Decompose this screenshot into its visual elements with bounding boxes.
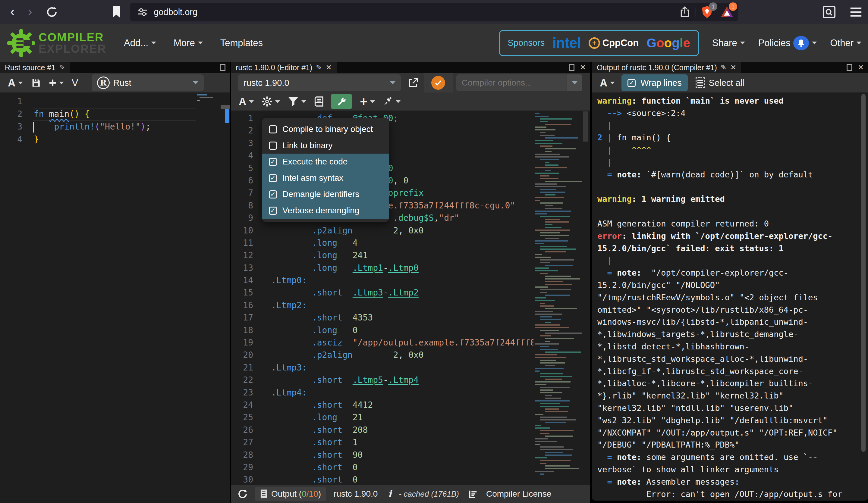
output-line: omitted>" "<sysroot>/lib/rustlib/x86_64-… xyxy=(597,304,868,316)
font-size-button[interactable]: A xyxy=(600,77,615,89)
menu-item-demangle-identifiers[interactable]: ✓Demangle identifiers xyxy=(262,186,389,202)
menu-hamburger-icon[interactable] xyxy=(849,6,862,18)
notification-bell-icon[interactable] xyxy=(793,36,809,50)
output-line xyxy=(597,181,868,193)
output-toggle-button[interactable]: Output (0/10) xyxy=(255,487,326,501)
menu-item-link-to-binary[interactable]: Link to binary xyxy=(262,137,389,154)
compiler-select[interactable]: rustc 1.90.0 xyxy=(238,74,401,91)
intel-logo[interactable]: intel xyxy=(552,35,581,51)
maximize-pane-icon[interactable] xyxy=(569,64,575,71)
code-line[interactable]: 4} xyxy=(0,133,230,146)
checkbox-checked-icon[interactable]: ✓ xyxy=(269,207,277,215)
google-logo[interactable]: Google xyxy=(647,36,690,50)
scrollbar-thumb[interactable] xyxy=(583,112,588,142)
output-line: 15.2.0/bin/gcc" "/NOLOGO" xyxy=(597,279,868,292)
forward-icon[interactable]: › xyxy=(28,4,32,19)
nav-share[interactable]: Share xyxy=(712,38,745,49)
rename-icon[interactable]: ✎ xyxy=(721,63,727,72)
url-bar[interactable]: godbolt.org 1 1 xyxy=(130,3,738,21)
compiler-options-input[interactable] xyxy=(456,74,567,91)
output-line: "/DEBUG" "/PDBALTPATH:%_PDB%" xyxy=(597,439,868,451)
output-line: warning: 1 warning emitted xyxy=(597,193,868,206)
checkbox-checked-icon[interactable]: ✓ xyxy=(269,190,277,199)
recompile-icon[interactable] xyxy=(237,488,248,500)
output-line: "ws2_32.lib" "dbghelp.lib" "/defaultlib:… xyxy=(597,415,868,427)
compiler-output-text[interactable]: warning: function `main` is never used -… xyxy=(592,93,868,501)
close-icon[interactable]: ✕ xyxy=(326,63,331,72)
back-icon[interactable]: ‹ xyxy=(10,4,15,19)
tab-compiler[interactable]: rustc 1.90.0 (Editor #1)✎✕ xyxy=(231,62,337,73)
source-code-editor[interactable]: 12fn main() {3 println!("Hello!");4} xyxy=(0,93,230,503)
sidebar-search-icon[interactable] xyxy=(822,6,836,19)
checkbox-unchecked-icon[interactable] xyxy=(269,125,277,134)
rename-icon[interactable]: ✎ xyxy=(316,63,322,72)
wrap-lines-toggle[interactable]: ✓ Wrap lines xyxy=(621,74,688,91)
close-pane-icon[interactable]: ✕ xyxy=(580,63,586,72)
overflow-wrench-button[interactable] xyxy=(331,94,352,109)
info-icon[interactable]: i xyxy=(388,488,392,500)
settings-gear-button[interactable] xyxy=(262,96,280,107)
filter-button[interactable] xyxy=(288,96,306,107)
nav-add[interactable]: Add... xyxy=(124,38,156,49)
reload-icon[interactable] xyxy=(45,6,59,19)
site-settings-icon[interactable] xyxy=(137,6,148,18)
menu-item-compile-to-binary-object[interactable]: Compile to binary object xyxy=(262,121,389,137)
nav-more[interactable]: More xyxy=(174,38,203,49)
options-dropdown-button[interactable] xyxy=(567,74,582,91)
share-page-icon[interactable] xyxy=(678,6,691,19)
checkbox-checked-icon[interactable]: ✓ xyxy=(269,174,277,182)
font-size-button[interactable]: A xyxy=(239,95,254,107)
overview-ruler-warning-mark xyxy=(225,109,229,123)
libraries-button[interactable] xyxy=(314,96,324,107)
cppcon-logo[interactable]: + CppCon xyxy=(589,37,639,49)
language-select[interactable]: R Rust xyxy=(92,74,204,91)
chevron-down-icon xyxy=(396,100,401,103)
output-line: | xyxy=(597,156,868,169)
brave-shield-icon[interactable]: 1 xyxy=(701,6,714,19)
minimap[interactable] xyxy=(534,111,582,485)
save-button[interactable] xyxy=(31,78,41,88)
chevron-down-icon xyxy=(812,42,817,44)
menu-item-label: Link to binary xyxy=(282,141,333,150)
chevron-down-icon xyxy=(370,100,375,103)
nav-other[interactable]: Other xyxy=(830,38,861,49)
nav-templates[interactable]: Templates xyxy=(220,38,263,49)
tab-output[interactable]: Output of rustc 1.90.0 (Compiler #1)✎✕ xyxy=(592,62,741,73)
bookmark-icon[interactable] xyxy=(111,5,122,19)
menu-item-verbose-demangling[interactable]: ✓Verbose demangling xyxy=(262,202,389,219)
close-pane-icon[interactable]: ✕ xyxy=(858,63,864,72)
checkbox-unchecked-icon[interactable] xyxy=(269,142,277,150)
brave-rewards-icon[interactable]: 1 xyxy=(720,6,734,19)
add-new-pane-button[interactable]: + xyxy=(360,94,375,109)
nav-policies[interactable]: Policies xyxy=(758,36,817,50)
sort-lines-icon[interactable] xyxy=(468,489,478,499)
minimap-slider[interactable] xyxy=(220,105,230,109)
compiler-license-link[interactable]: Compiler License xyxy=(486,489,551,499)
output-line: windows-msvc/lib/{libstd-*,libpanic_unwi… xyxy=(597,316,868,328)
menu-item-intel-asm-syntax[interactable]: ✓Intel asm syntax xyxy=(262,170,389,186)
menu-item-execute-the-code[interactable]: ✓Execute the code xyxy=(262,154,389,170)
open-compiler-website-icon[interactable] xyxy=(407,77,419,88)
output-line: *,libstd_detect-*,libhashbrown- xyxy=(597,340,868,353)
sponsors-banner[interactable]: Sponsors intel + CppCon Google xyxy=(499,30,699,56)
tab-rust-source[interactable]: Rust source #1✎ xyxy=(0,62,70,73)
code-line[interactable]: 1 xyxy=(0,95,230,108)
maximize-pane-icon[interactable] xyxy=(847,64,852,71)
scrollbar-thumb[interactable] xyxy=(861,94,866,452)
font-size-button[interactable]: A xyxy=(8,77,23,89)
menu-item-label: Compile to binary object xyxy=(282,124,373,134)
tools-screwdriver-button[interactable] xyxy=(383,96,401,107)
compiler-explorer-logo[interactable] xyxy=(7,29,35,57)
vim-mode-button[interactable]: V xyxy=(72,77,79,88)
maximize-pane-icon[interactable] xyxy=(220,64,225,71)
chevron-down-icon xyxy=(18,82,23,84)
source-editor-pane: Rust source #1✎ A + V R Rust 12fn main()… xyxy=(0,62,230,503)
compiler-tab-bar: rustc 1.90.0 (Editor #1)✎✕ ✕ xyxy=(231,62,590,73)
close-icon[interactable]: ✕ xyxy=(730,63,736,72)
code-line[interactable]: 3 println!("Hello!"); xyxy=(0,120,230,133)
compiler-overflow-menu: Compile to binary objectLink to binary✓E… xyxy=(262,118,389,222)
add-pane-button[interactable]: + xyxy=(49,76,64,90)
rename-icon[interactable]: ✎ xyxy=(59,63,65,72)
select-all-button[interactable]: Select all xyxy=(696,77,744,88)
checkbox-checked-icon[interactable]: ✓ xyxy=(269,158,277,166)
